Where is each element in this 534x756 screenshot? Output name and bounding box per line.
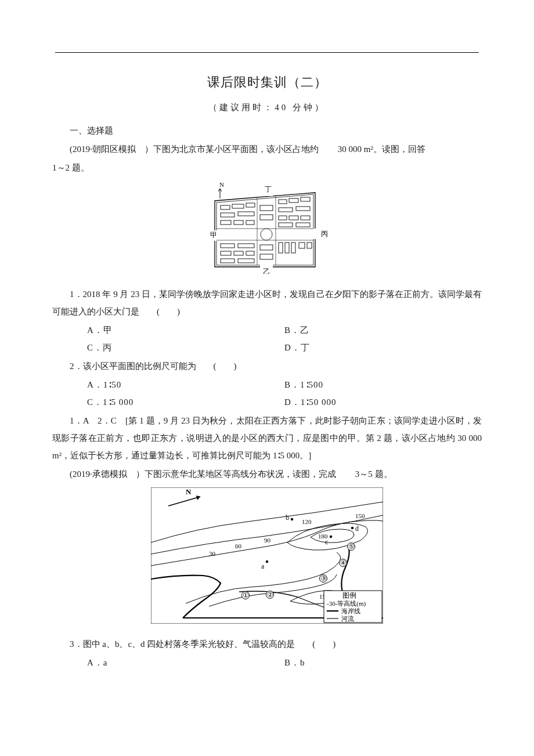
pt-b: b bbox=[286, 513, 289, 522]
intro-q35: (2019·承德模拟）下图示意华北某地区等高线分布状况，读图，完成3～5 题。 bbox=[52, 465, 482, 483]
north-label: N bbox=[219, 181, 224, 188]
pt-d: d bbox=[355, 525, 359, 533]
svg-point-52 bbox=[330, 536, 332, 538]
n5: ⑤ bbox=[348, 542, 355, 551]
intro-q35-text: ）下图示意华北某地区等高线分布状况，读图，完成 bbox=[136, 469, 336, 479]
q1-stem: 1．2018 年 9 月 23 日，某同学傍晚放学回家走进小区时，发现自己在夕阳… bbox=[52, 285, 482, 320]
q3-option-b: B．b bbox=[284, 654, 482, 671]
legend-coast: 海岸线 bbox=[341, 607, 360, 614]
c60: 60 bbox=[235, 542, 242, 549]
c150a: 150 bbox=[355, 512, 365, 519]
q2-option-d: D．1∶50 000 bbox=[284, 393, 482, 411]
q1-option-d: D．丁 bbox=[284, 339, 482, 356]
q2-stem: 2．该小区平面图的比例尺可能为 ( ) bbox=[52, 357, 482, 375]
answer-12: 1．A 2．C [第 1 题，9 月 23 日为秋分，太阳在正西方落下，此时影子… bbox=[52, 412, 482, 464]
section-heading: 一、选择题 bbox=[52, 122, 482, 139]
q2-option-b: B．1∶500 bbox=[284, 376, 482, 393]
svg-rect-7 bbox=[312, 229, 317, 239]
intro-q35-tail: 3～5 题。 bbox=[355, 469, 392, 479]
gate-ding: 丁 bbox=[265, 185, 272, 193]
north-n: N bbox=[186, 487, 192, 496]
svg-point-53 bbox=[351, 527, 353, 529]
q1-option-a: A．甲 bbox=[87, 321, 284, 339]
n1: ① bbox=[243, 591, 249, 599]
svg-point-50 bbox=[266, 560, 268, 563]
intro-q12-area: 30 000 m²。读图，回答 bbox=[338, 144, 425, 154]
legend-contour: -30-等高线(m) bbox=[327, 600, 366, 607]
gate-jia: 甲 bbox=[210, 231, 217, 239]
q1-option-c: C．丙 bbox=[87, 339, 284, 356]
n4: ④ bbox=[340, 559, 347, 567]
legend-title: 图例 bbox=[342, 591, 356, 599]
legend-river: 河流 bbox=[341, 615, 354, 622]
intro-q12-src: (2019·朝阳区模拟 bbox=[70, 144, 136, 154]
figure-2: N 30 60 90 12 bbox=[52, 487, 482, 630]
c90: 90 bbox=[264, 537, 271, 544]
top-rule bbox=[55, 52, 479, 53]
svg-point-12 bbox=[261, 229, 272, 240]
q1-options: A．甲 B．乙 C．丙 D．丁 bbox=[52, 321, 482, 356]
svg-point-51 bbox=[291, 518, 293, 520]
intro-q12-text: ）下图为北京市某小区平面图，该小区占地约 bbox=[145, 144, 319, 154]
intro-q12-tail: 1～2 题。 bbox=[52, 159, 482, 176]
q2-options: A．1∶50 B．1∶500 C．1∶5 000 D．1∶50 000 bbox=[52, 376, 482, 411]
page-title: 课后限时集训（二） bbox=[52, 70, 482, 95]
c120: 120 bbox=[302, 518, 312, 525]
n2: ② bbox=[267, 591, 273, 599]
gate-yi: 乙 bbox=[263, 267, 270, 274]
pt-c: c bbox=[325, 538, 328, 546]
gate-bing: 丙 bbox=[321, 230, 328, 238]
n3: ③ bbox=[320, 574, 327, 583]
figure-1-svg: N bbox=[202, 181, 333, 274]
intro-q12: (2019·朝阳区模拟）下图为北京市某小区平面图，该小区占地约30 000 m²… bbox=[52, 140, 482, 158]
pt-a: a bbox=[261, 562, 265, 570]
q2-option-a: A．1∶50 bbox=[87, 376, 284, 393]
q3-options: A．a B．b bbox=[52, 654, 482, 671]
q2-option-c: C．1∶5 000 bbox=[87, 393, 284, 411]
intro-q35-src: (2019·承德模拟 bbox=[70, 469, 127, 479]
q3-option-a: A．a bbox=[87, 654, 284, 671]
figure-1: N bbox=[52, 181, 482, 280]
q3-stem: 3．图中 a、b、c、d 四处村落冬季采光较好、气温较高的是 ( ) bbox=[52, 635, 482, 653]
figure-2-svg: N 30 60 90 12 bbox=[151, 487, 383, 624]
page-container: 课后限时集训（二） （建议用时：40 分钟） 一、选择题 (2019·朝阳区模拟… bbox=[0, 0, 534, 707]
q1-option-b: B．乙 bbox=[284, 321, 482, 339]
page-subtitle: （建议用时：40 分钟） bbox=[52, 99, 482, 116]
c30: 30 bbox=[209, 550, 216, 557]
